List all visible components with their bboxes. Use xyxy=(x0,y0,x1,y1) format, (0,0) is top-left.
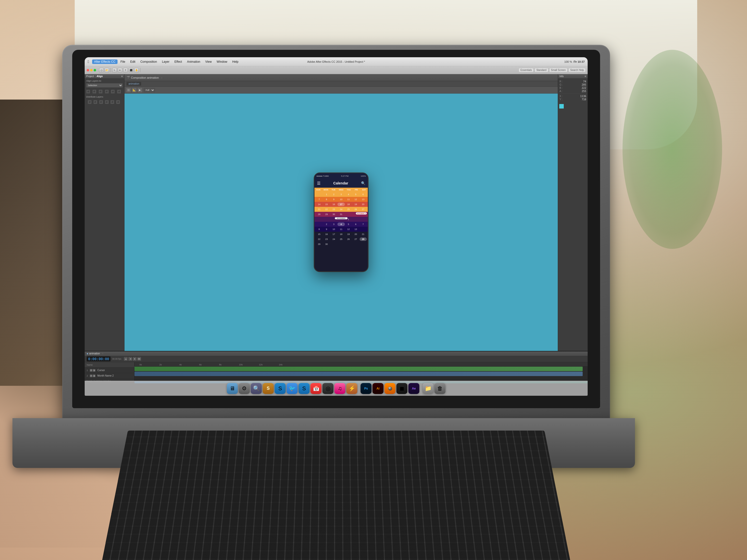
close-button[interactable] xyxy=(87,69,89,72)
menubar-right-area: Adobe After Effects CC 2015 - Untitled P… xyxy=(564,60,585,63)
dist-btn-4[interactable]: ⬛ xyxy=(105,100,109,104)
dock-skype2[interactable]: S xyxy=(299,383,310,394)
align-tab[interactable]: Align xyxy=(97,75,103,78)
info-panel-header: Info ≡ xyxy=(558,74,588,79)
small-screen-btn[interactable]: Small Screen xyxy=(549,68,567,72)
day-cell: 25 xyxy=(345,208,352,211)
dock-sketch[interactable]: S xyxy=(263,383,274,394)
comp-zoom-fit[interactable]: ⊡ xyxy=(126,88,131,92)
day-cell: 1 xyxy=(323,193,330,196)
day-cell: 7 xyxy=(360,222,367,226)
day-cell: 9 xyxy=(323,228,330,231)
day-cell: 2 xyxy=(323,222,330,226)
dist-btn-6[interactable]: ⬛ xyxy=(116,100,120,104)
menubar-window[interactable]: Window xyxy=(215,59,229,64)
dock-sysprefs[interactable]: ⚙ xyxy=(239,383,250,394)
toolbar-text-tool[interactable]: T xyxy=(123,68,128,73)
phone-battery: 100% xyxy=(361,175,366,177)
toolbar-open-btn[interactable]: 📂 xyxy=(105,68,109,73)
day-cell: 3 xyxy=(337,193,344,196)
animation-tab[interactable]: animation xyxy=(127,82,141,86)
dock-photoshop[interactable]: Ps xyxy=(361,383,371,394)
dist-btn-3[interactable]: ⬛ xyxy=(99,100,103,104)
info-panel-menu[interactable]: ≡ xyxy=(585,75,586,78)
dock-calendar[interactable]: 📅 xyxy=(310,383,321,394)
day-cell: 5 xyxy=(352,193,359,196)
dock-folder[interactable]: 📁 xyxy=(422,383,434,394)
timeline-tab-label[interactable]: animation xyxy=(89,352,100,355)
toolbar-hand-tool[interactable]: ✋ xyxy=(134,68,139,73)
layer-1-visibility[interactable]: 👁 xyxy=(90,369,93,372)
dock-itunes[interactable]: ♫ xyxy=(334,383,345,394)
dock-camera[interactable]: ◎ xyxy=(323,383,333,394)
search-help-btn[interactable]: Search Help xyxy=(568,68,586,72)
menubar-effect[interactable]: Effect xyxy=(172,59,184,64)
info-g-label: G : xyxy=(560,83,563,86)
step-fwd-btn[interactable]: ▶▶ xyxy=(137,357,141,361)
essentials-btn[interactable]: Essentials xyxy=(519,68,534,72)
comp-quality-select[interactable]: FullHalfAuto xyxy=(144,88,155,92)
dist-btn-5[interactable]: ⬛ xyxy=(110,100,114,104)
dist-btn-2[interactable]: ⬛ xyxy=(93,100,97,104)
info-a-label: A : xyxy=(560,90,563,92)
layer-1-solo[interactable]: ◉ xyxy=(93,369,95,372)
standard-btn[interactable]: Standard xyxy=(535,68,548,72)
menubar-composition[interactable]: Composition xyxy=(138,59,159,64)
dock-finder[interactable]: 🖥 xyxy=(227,383,238,394)
menubar-layer[interactable]: Layer xyxy=(160,59,171,64)
align-top-btn[interactable]: ⬛ xyxy=(105,89,109,94)
comp-resolution[interactable]: 📐 xyxy=(132,88,137,92)
keyboard[interactable] xyxy=(94,431,579,560)
menubar-edit[interactable]: Edit xyxy=(128,59,137,64)
phone-app-title: Calendar xyxy=(333,181,349,185)
dock-vlc[interactable]: 🎱 xyxy=(384,383,395,394)
apple-menu-icon[interactable]:  xyxy=(88,59,89,64)
toolbar-select-tool[interactable]: ↖ xyxy=(112,68,117,73)
maximize-button[interactable] xyxy=(94,69,96,72)
phone-status-bar: ●●●●● TUBIK 5:27 PM 100% xyxy=(314,173,368,179)
align-right-btn[interactable]: ⬛ xyxy=(99,89,103,94)
dock-misc[interactable]: ⚡ xyxy=(346,383,357,394)
project-tab[interactable]: Project xyxy=(86,75,94,78)
timeline-controls: 0:00:00:00 30.00 fps ⏮ ◀ ▶ ▶▶ xyxy=(85,356,588,362)
menubar-view[interactable]: View xyxy=(203,59,214,64)
day-cell: 31 xyxy=(337,213,344,216)
layer-row-2[interactable]: 2 👁 ◉ Month Name 2 xyxy=(85,373,134,378)
dock-twitter[interactable]: 🐦 xyxy=(287,383,298,394)
toolbar-pen-tool[interactable]: ✏ xyxy=(118,68,122,73)
comp-tab-label[interactable]: Composition animation xyxy=(131,76,159,79)
menubar-file[interactable]: File xyxy=(119,59,127,64)
dock-trash[interactable]: 🗑 xyxy=(435,383,445,394)
day-cell: 3 xyxy=(330,222,337,226)
dock-aftereffects[interactable]: Ae xyxy=(408,383,419,394)
toolbar-new-btn[interactable]: ◻ xyxy=(99,68,104,73)
step-back-btn[interactable]: ◀ xyxy=(128,357,132,361)
dist-btn-1[interactable]: ⬛ xyxy=(88,100,92,104)
dock-spotlight[interactable]: 🔍 xyxy=(251,383,262,394)
align-left-btn[interactable]: ⬛ xyxy=(86,89,90,94)
minimize-button[interactable] xyxy=(90,69,93,72)
toolbar-shape-tool[interactable]: ⬛ xyxy=(129,68,133,73)
layer-2-solo[interactable]: ◉ xyxy=(93,375,95,377)
align-bottom-btn[interactable]: ⬛ xyxy=(117,89,121,94)
layer-2-visibility[interactable]: 👁 xyxy=(90,375,93,377)
menubar-help[interactable]: Help xyxy=(230,59,240,64)
menubar-app-name[interactable]: After Effects CC xyxy=(92,59,118,64)
dock-skype[interactable]: S xyxy=(275,383,286,394)
align-center-h-btn[interactable]: ⬛ xyxy=(93,89,96,94)
comp-preview[interactable]: ▶ xyxy=(137,88,143,92)
day-cell: 13 xyxy=(360,197,367,201)
align-layers-select[interactable]: Selection xyxy=(86,83,123,88)
dock-unknown[interactable]: ◼ xyxy=(396,383,407,394)
align-center-v-btn[interactable]: ⬛ xyxy=(111,89,115,94)
play-btn[interactable]: ▶ xyxy=(133,357,137,361)
menubar-animation[interactable]: Animation xyxy=(185,59,202,64)
timeline-menu-icon[interactable]: ≡ xyxy=(102,352,103,355)
layer-row-1[interactable]: 1 👁 ◉ Cursor xyxy=(85,368,134,373)
ruler-2s: 2s xyxy=(159,364,162,366)
align-layers-label: Align Layers to: Selection xyxy=(85,79,124,88)
fps-display: 30.00 fps xyxy=(112,358,121,360)
go-start-btn[interactable]: ⏮ xyxy=(124,357,128,361)
november-label: NOVEMBER xyxy=(335,217,347,219)
dock-illustrator[interactable]: Ai xyxy=(372,383,383,394)
